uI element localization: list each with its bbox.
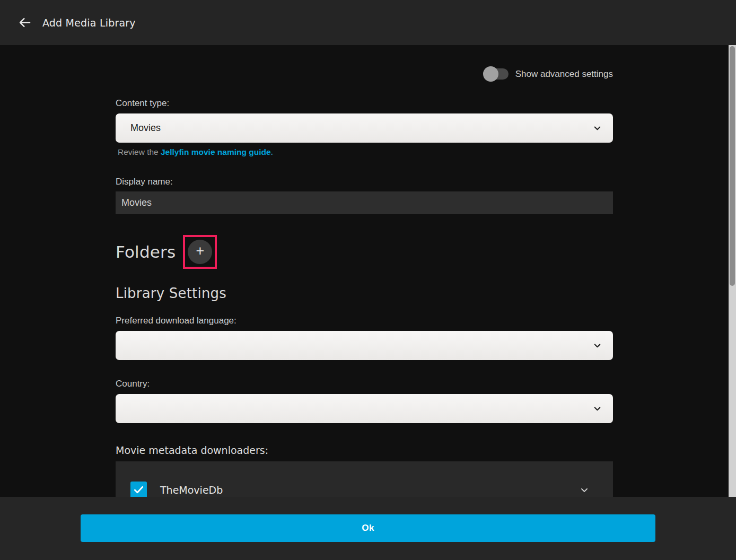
- chevron-down-icon: [592, 123, 602, 133]
- library-settings-heading: Library Settings: [116, 285, 613, 301]
- chevron-down-icon: [592, 404, 602, 414]
- add-folder-focus-ring: +: [183, 235, 217, 269]
- chevron-down-icon: [592, 340, 602, 351]
- advanced-settings-row: Show advanced settings: [116, 66, 613, 82]
- preferred-language-select[interactable]: [116, 331, 613, 360]
- scrollbar-track[interactable]: [729, 45, 736, 497]
- display-name-input[interactable]: [116, 191, 613, 214]
- scrollbar-thumb[interactable]: [730, 46, 735, 286]
- preferred-language-label: Preferred download language:: [116, 316, 613, 326]
- metadata-downloaders-label: Movie metadata downloaders:: [116, 444, 613, 456]
- folders-heading: Folders: [116, 242, 176, 261]
- content-type-select[interactable]: Movies: [116, 113, 613, 143]
- footer-bar: Ok: [0, 497, 736, 560]
- add-library-form: Show advanced settings Content type: Mov…: [116, 66, 613, 497]
- folders-section-header: Folders +: [116, 235, 613, 269]
- country-label: Country:: [116, 379, 613, 389]
- downloader-name: TheMovieDb: [160, 484, 579, 496]
- plus-icon: +: [196, 244, 204, 258]
- form-scroll-area: Show advanced settings Content type: Mov…: [0, 45, 736, 497]
- naming-guide-prefix: Review the: [118, 147, 161, 156]
- toggle-knob: [483, 66, 498, 82]
- add-folder-button[interactable]: +: [188, 240, 212, 264]
- naming-guide-link[interactable]: Jellyfin movie naming guide: [161, 147, 271, 156]
- chevron-down-icon: [579, 485, 590, 495]
- page-title: Add Media Library: [42, 17, 136, 29]
- checkmark-icon: [133, 484, 145, 496]
- downloader-expand-button[interactable]: [579, 485, 590, 495]
- country-select[interactable]: [116, 394, 613, 423]
- show-advanced-settings-label: Show advanced settings: [515, 69, 613, 80]
- app-header: Add Media Library: [0, 0, 736, 45]
- themoviedb-checkbox[interactable]: [130, 482, 147, 497]
- arrow-left-icon: [17, 15, 32, 30]
- naming-guide-helper: Review the Jellyfin movie naming guide.: [118, 147, 613, 157]
- metadata-downloaders-panel: TheMovieDb: [116, 461, 613, 497]
- back-button[interactable]: [13, 11, 36, 34]
- content-type-label: Content type:: [116, 98, 613, 109]
- downloader-list-item: TheMovieDb: [116, 461, 613, 497]
- content-type-value: Movies: [130, 122, 592, 134]
- show-advanced-settings-toggle[interactable]: [483, 66, 509, 82]
- ok-button[interactable]: Ok: [81, 514, 655, 542]
- display-name-label: Display name:: [116, 177, 613, 187]
- naming-guide-suffix: .: [271, 147, 273, 156]
